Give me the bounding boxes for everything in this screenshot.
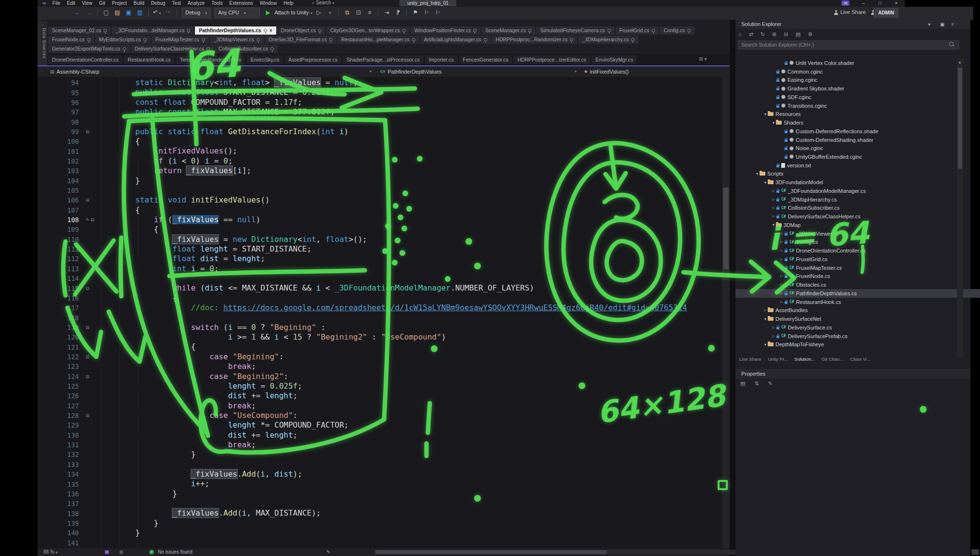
breadcrumb-type[interactable]: C# PathfinderDepthValues (380, 66, 442, 77)
open-file-icon[interactable]: ▤ (113, 7, 122, 19)
pin-icon[interactable] (652, 29, 655, 32)
menu-edit[interactable]: Edit (64, 0, 78, 6)
collapsed-icon[interactable]: ▷ (779, 283, 784, 287)
collapsed-icon[interactable]: ▷ (779, 249, 784, 253)
tab--3dfoundatio-delmanager-cs[interactable]: _3DFoundatio...delManager.cs (112, 26, 194, 35)
tree-item-sdf-cginc[interactable]: SDF.cginc (735, 93, 980, 101)
start-debug-icon[interactable]: ▶ (263, 7, 273, 19)
tab-droneobject-cs[interactable]: DroneObject.cs (277, 26, 325, 35)
properties-toolbar[interactable]: ▤ ⇅ ✎ (740, 380, 776, 387)
tab-collisionsubscriber-cs[interactable]: CollisionSubscriber.cs (215, 45, 278, 53)
expanded-icon[interactable]: ▼ (763, 317, 768, 321)
collapsed-icon[interactable]: ▷ (779, 257, 784, 261)
navigate-back-icon[interactable]: ← (73, 7, 82, 19)
tree-item-fruxelnode-cs[interactable]: ▷C#FruxelNode.cs (735, 272, 980, 281)
tab-terrainlayerrandomizer-cs[interactable]: TerrainLayerRandomizer.cs (176, 55, 245, 64)
tree-item-version-txt[interactable]: version.txt (735, 161, 980, 170)
pin-icon[interactable] (103, 29, 107, 32)
menu-file[interactable]: File (49, 0, 64, 6)
tree-item-custom-deferredshading-shader[interactable]: Custom-DeferredShading.shader (735, 136, 980, 144)
bookmark-next-icon[interactable]: ⚐ (433, 7, 443, 19)
tab--3dmaphierarchy-cs[interactable]: _3DMapHierarchy.cs (578, 36, 638, 44)
pin-icon[interactable] (202, 38, 205, 41)
pin-icon[interactable] (631, 38, 634, 41)
pin-icon[interactable] (607, 29, 611, 32)
close-button[interactable]: × (890, 0, 902, 6)
solution-explorer-toolbar[interactable]: ⌂ ⇄ ↻ ⊞ ⊟ ▤ ⚙ (738, 29, 815, 39)
pin-icon[interactable] (528, 29, 531, 32)
live-share-button[interactable]: Live Share (832, 9, 877, 15)
tab-fruxelmaptester-cs[interactable]: FruxelMapTester.cs (152, 36, 209, 44)
expanded-icon[interactable]: ▼ (763, 343, 768, 346)
tree-item-depthmaptofisheye[interactable]: ▼DepthMapToFisheye (735, 340, 980, 349)
redo-icon[interactable]: ↷ (163, 7, 173, 19)
tree-item-noise-cginc[interactable]: Noise.cginc (735, 144, 980, 152)
editor-hscrollbar-thumb[interactable] (375, 550, 606, 554)
fold-icon[interactable]: ⊟ (86, 413, 98, 418)
code-editor[interactable]: 94 static Dictionary<int, float> _fixVal… (38, 77, 722, 548)
tree-item-unlit-vertex-color-shader[interactable]: Unlit Vertex Color.shader (735, 59, 980, 67)
solution-platform-dropdown[interactable]: Any CPU▾ (215, 8, 260, 18)
panel-splitter[interactable] (730, 20, 735, 556)
tab-restauranthook-cs[interactable]: RestaurantHook.cs (124, 55, 174, 64)
tree-item-deliverysurfacenet[interactable]: ▼DeliverySurfaceNet (735, 315, 980, 323)
tree-item--3dmaphierarchy-cs[interactable]: ▷C#_3DMapHierarchy.cs (735, 195, 980, 204)
tree-item-easing-cginc[interactable]: Easing.cginc (735, 76, 980, 84)
tree-item-gradient-skybox-shader[interactable]: Gradient Skybox.shader (735, 84, 980, 93)
resize-grip[interactable] (971, 549, 979, 555)
start-without-debug-icon[interactable]: ▷ (314, 7, 323, 19)
pin-icon[interactable] (412, 38, 415, 41)
pin-icon[interactable] (329, 38, 333, 41)
expanded-icon[interactable]: ▼ (763, 113, 768, 116)
menu-build[interactable]: Build (130, 0, 148, 6)
fold-icon[interactable]: ⊟ (86, 374, 98, 379)
collapsed-icon[interactable]: ▷ (779, 291, 784, 295)
collapsed-icon[interactable]: ▷ (779, 300, 784, 304)
pin-icon[interactable] (143, 38, 147, 41)
tree-item-3dfoundationmodel[interactable]: ▼3DFoundationModel (735, 178, 980, 187)
editor-scrollbar-thumb[interactable] (723, 188, 729, 269)
tab-scenemanager-cs[interactable]: SceneManager.cs (481, 26, 535, 35)
properties-header[interactable]: Properties (735, 369, 970, 379)
pin-icon[interactable] (264, 29, 267, 32)
solution-search-input[interactable]: Search Solution Explorer (Ctrl+;) (738, 40, 959, 50)
fold-icon[interactable]: ⊟ (86, 129, 98, 134)
panel-tab-git-chan-[interactable]: Git Chan... (822, 356, 843, 365)
tab-config-cs[interactable]: Config.cs (660, 26, 695, 35)
tab-citygen3dgen-torwrapper-cs[interactable]: CityGen3DGen...torWrapper.cs (326, 26, 410, 35)
collapsed-icon[interactable]: ▷ (763, 308, 768, 312)
pin-icon[interactable] (318, 29, 322, 32)
tab-enviroskymgr-cs[interactable]: EnviroSkyMgr.cs (592, 55, 637, 64)
menu-git[interactable]: Git (96, 0, 109, 6)
panel-dropdown-icon[interactable]: ▾ (928, 20, 930, 29)
pin-icon[interactable] (473, 29, 477, 32)
expanded-icon[interactable]: ▼ (763, 181, 768, 184)
breadcrumb-dropdown-icon[interactable]: ▾ (370, 66, 372, 77)
collapsed-icon[interactable]: ▷ (779, 232, 784, 236)
tab-fruxelnode-cs[interactable]: FruxelNode.cs (48, 36, 94, 44)
admin-account-button[interactable]: ADMIN (874, 8, 899, 18)
pin-icon[interactable] (484, 38, 487, 41)
new-project-icon[interactable]: ▢ (101, 7, 111, 19)
tab-onesec3d-fileformat-cs[interactable]: OneSec3D_FileFormat.cs (265, 36, 336, 44)
tree-item--3dfoundationmodelmanager-cs[interactable]: ▷C#_3DFoundationModelManager.cs (735, 187, 980, 195)
editor-vertical-scrollbar[interactable] (722, 77, 730, 548)
tree-item-fruxelgrid-cs[interactable]: ▷C#FruxelGrid.cs (735, 255, 980, 264)
tab-shaderpackage-stprocessor-cs[interactable]: ShaderPackage...stProcessor.cs (343, 55, 424, 64)
save-icon[interactable]: ▣ (124, 7, 133, 19)
menu-analyze[interactable]: Analyze (184, 0, 208, 6)
breadcrumb-dropdown-icon[interactable]: ▾ (575, 66, 577, 77)
tree-item-obstacles-cs[interactable]: ▷C#Obstacles.cs (735, 280, 980, 289)
tree-item-deliverysurface-cs[interactable]: ▷C#DeliverySurface.cs (735, 323, 980, 332)
menu-test[interactable]: Test (168, 0, 184, 6)
tab-fruxelgrid-cs[interactable]: FruxelGrid.cs (616, 26, 659, 35)
fold-icon[interactable]: ⊟ (86, 325, 98, 330)
collapsed-icon[interactable]: ▷ (771, 189, 776, 193)
indent-icon[interactable]: ⇥ (382, 7, 392, 19)
tree-item-custom-deferredreflections-shade[interactable]: Custom-DeferredReflections.shade (735, 127, 980, 136)
pin-icon[interactable] (402, 29, 406, 32)
tree-item-deliverysurfaceclasshelper-cs[interactable]: ▷C#DeliverySurfaceClassHelper.cs (735, 212, 980, 221)
tab-generator2exportmaptools-cs[interactable]: Generator2ExportMapTools.cs (48, 45, 130, 53)
tab-assetpreprocessor-cs[interactable]: AssetPreprocessor.cs (284, 55, 341, 64)
tree-item-droneorientationcontroller-cs[interactable]: ▷C#DroneOrientationController.cs (735, 246, 980, 255)
